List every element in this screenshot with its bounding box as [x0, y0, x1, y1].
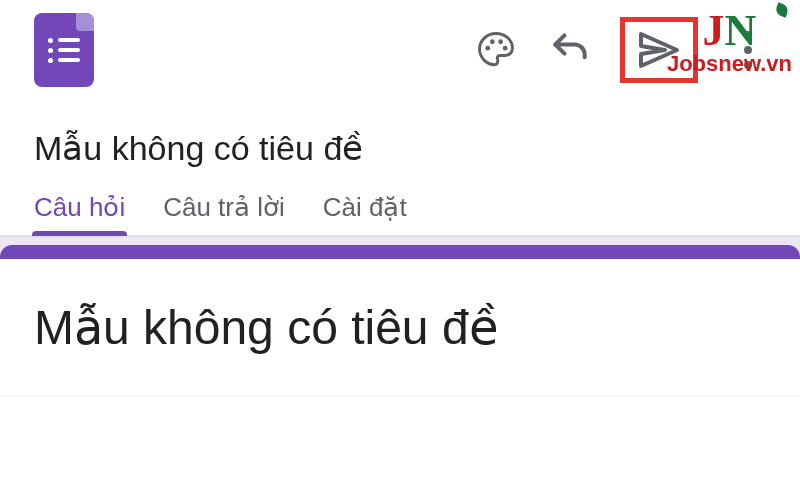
- tab-responses[interactable]: Câu trả lời: [163, 192, 285, 235]
- svg-point-1: [490, 39, 495, 44]
- form-title[interactable]: Mẫu không có tiêu đề: [0, 100, 800, 186]
- tabs: Câu hỏi Câu trả lời Cài đặt: [0, 186, 800, 236]
- tab-questions[interactable]: Câu hỏi: [34, 192, 125, 235]
- theme-icon[interactable]: [472, 26, 520, 74]
- svg-point-2: [498, 39, 503, 44]
- form-canvas: Mẫu không có tiêu đề: [0, 236, 800, 395]
- form-header-card[interactable]: Mẫu không có tiêu đề: [0, 245, 800, 395]
- undo-icon[interactable]: [546, 26, 594, 74]
- watermark-j: J: [703, 6, 725, 55]
- watermark-site: Jobsnew.vn: [667, 53, 792, 75]
- forms-icon-lines: [48, 33, 80, 68]
- watermark-n: N: [725, 6, 757, 55]
- svg-point-3: [503, 46, 508, 51]
- watermark-logo: JN Jobsnew.vn: [667, 8, 792, 75]
- leaf-icon: [774, 2, 789, 17]
- form-card-title[interactable]: Mẫu không có tiêu đề: [34, 299, 766, 355]
- google-forms-icon[interactable]: [34, 13, 94, 87]
- toolbar: JN Jobsnew.vn: [0, 0, 800, 100]
- tab-settings[interactable]: Cài đặt: [323, 192, 407, 235]
- svg-point-0: [485, 46, 490, 51]
